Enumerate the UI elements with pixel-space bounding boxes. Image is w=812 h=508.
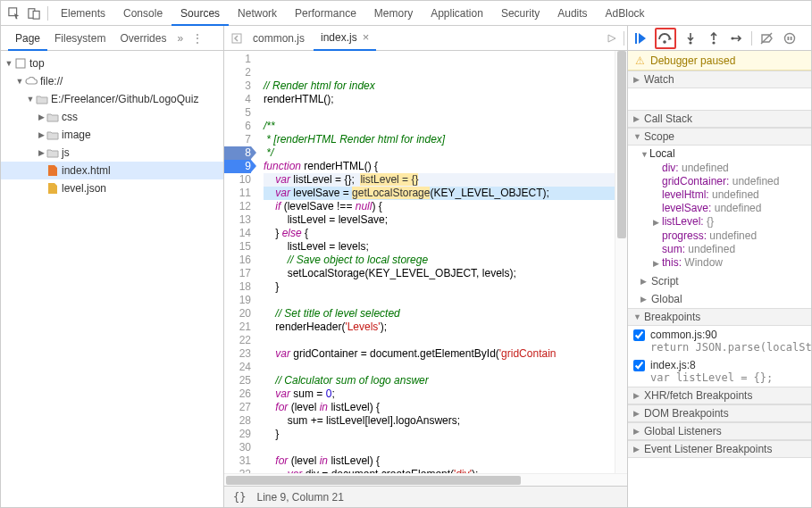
close-tab-icon[interactable]: ×: [363, 30, 370, 44]
line-number[interactable]: 12: [224, 200, 251, 213]
horizontal-scrollbar[interactable]: [224, 473, 627, 486]
line-number[interactable]: 17: [224, 267, 251, 280]
watch-section[interactable]: ▶Watch: [628, 71, 811, 88]
step-button[interactable]: [728, 29, 746, 47]
nav-tab-filesystem[interactable]: Filesystem: [47, 26, 113, 51]
vertical-scrollbar[interactable]: [615, 51, 627, 473]
code-content[interactable]: // Render html for indexrenderHTML();/**…: [256, 51, 627, 473]
line-number[interactable]: 21: [224, 321, 251, 334]
more-tabs-chevron-icon[interactable]: »: [173, 32, 187, 45]
line-number[interactable]: 8: [224, 146, 251, 160]
main-tab-security[interactable]: Security: [492, 1, 548, 26]
line-number[interactable]: 20: [224, 307, 251, 321]
line-number[interactable]: 15: [224, 240, 251, 254]
scope-section[interactable]: ▼Scope: [628, 128, 811, 146]
scope-var-levelHtml[interactable]: levelHtml: undefined: [653, 188, 806, 202]
line-number[interactable]: 16: [224, 254, 251, 267]
line-number[interactable]: 30: [224, 441, 251, 454]
line-number[interactable]: 24: [224, 361, 251, 374]
dom-breakpoints-section[interactable]: ▶DOM Breakpoints: [628, 404, 811, 422]
breakpoint-checkbox[interactable]: [633, 329, 645, 341]
line-number[interactable]: 27: [224, 401, 251, 414]
tree-file-level-json[interactable]: level.json: [1, 179, 223, 197]
scope-var-listLevel[interactable]: ▶listLevel: {}: [653, 215, 806, 229]
breakpoints-section[interactable]: ▼Breakpoints: [628, 308, 811, 326]
resume-button[interactable]: [632, 29, 649, 47]
nav-tab-overrides[interactable]: Overrides: [113, 26, 173, 51]
tree-folder-js[interactable]: ▶js: [1, 144, 223, 162]
line-number[interactable]: 31: [224, 454, 251, 468]
main-tab-memory[interactable]: Memory: [365, 1, 422, 26]
file-tab-index-js[interactable]: index.js×: [314, 26, 376, 51]
line-number[interactable]: 23: [224, 347, 251, 361]
tree-root-top[interactable]: ▼top: [1, 54, 223, 72]
step-out-button[interactable]: [705, 29, 723, 47]
line-number[interactable]: 25: [224, 374, 251, 387]
breakpoint-item[interactable]: common.js:90return JSON.parse(localStor: [628, 326, 811, 356]
scope-var-sum[interactable]: sum: undefined: [653, 243, 806, 256]
scope-var-this[interactable]: ▶this: Window: [653, 256, 806, 271]
breakpoint-item[interactable]: index.js:8var listLevel = {};: [628, 356, 811, 387]
line-number[interactable]: 22: [224, 334, 251, 347]
line-number[interactable]: 11: [224, 187, 251, 200]
line-number[interactable]: 4: [224, 93, 251, 106]
line-number[interactable]: 9: [224, 160, 251, 173]
step-over-button[interactable]: [657, 29, 674, 47]
scope-var-div[interactable]: div: undefined: [653, 162, 806, 175]
main-tab-audits[interactable]: Audits: [548, 1, 596, 26]
file-tab-common-js[interactable]: common.js: [246, 26, 312, 51]
scrollbar-thumb[interactable]: [617, 51, 626, 238]
code-line: for (level in listLevel) {: [264, 454, 627, 468]
inspect-element-icon[interactable]: [4, 4, 24, 23]
global-listeners-section[interactable]: ▶Global Listeners: [628, 422, 811, 440]
line-number[interactable]: 18: [224, 280, 251, 294]
line-number[interactable]: 10: [224, 173, 251, 187]
step-into-button[interactable]: [682, 29, 699, 47]
main-tab-adblock[interactable]: AdBlock: [597, 1, 654, 26]
tree-origin[interactable]: ▼file://: [1, 72, 223, 90]
line-number[interactable]: 19: [224, 294, 251, 307]
pretty-print-icon[interactable]: {}: [233, 491, 246, 504]
scope-global[interactable]: ▶Global: [628, 290, 811, 308]
line-number[interactable]: 7: [224, 133, 251, 146]
tree-project[interactable]: ▼E:/Freelancer/Github/LogoQuiz: [1, 90, 223, 108]
scope-var-gridContainer[interactable]: gridContainer: undefined: [653, 175, 806, 188]
nav-tab-page[interactable]: Page: [8, 26, 47, 51]
navigator-menu-icon[interactable]: ⋮: [187, 32, 208, 45]
line-number[interactable]: 26: [224, 387, 251, 401]
deactivate-breakpoints-button[interactable]: [758, 29, 775, 47]
device-toolbar-icon[interactable]: [24, 4, 44, 23]
tree-folder-css[interactable]: ▶css: [1, 108, 223, 126]
breakpoint-checkbox[interactable]: [633, 360, 645, 371]
cursor-position: Line 9, Column 21: [256, 491, 343, 504]
line-number[interactable]: 29: [224, 428, 251, 441]
event-listener-breakpoints-section[interactable]: ▶Event Listener Breakpoints: [628, 440, 811, 458]
main-tab-console[interactable]: Console: [114, 1, 172, 26]
main-tab-application[interactable]: Application: [422, 1, 492, 26]
nav-back-icon[interactable]: [228, 29, 246, 47]
line-number[interactable]: 3: [224, 79, 251, 93]
pause-on-exceptions-button[interactable]: [781, 29, 799, 47]
main-tab-elements[interactable]: Elements: [52, 1, 114, 26]
line-gutter[interactable]: 1234567891011121314151617181920212223242…: [224, 51, 256, 473]
line-number[interactable]: 28: [224, 414, 251, 428]
main-tab-sources[interactable]: Sources: [172, 1, 229, 26]
main-tab-performance[interactable]: Performance: [286, 1, 365, 26]
main-tab-network[interactable]: Network: [229, 1, 286, 26]
line-number[interactable]: 1: [224, 53, 251, 66]
tree-file-index-html[interactable]: index.html: [1, 162, 223, 179]
line-number[interactable]: 2: [224, 66, 251, 79]
line-number[interactable]: 5: [224, 106, 251, 120]
scope-var-progress[interactable]: progress: undefined: [653, 229, 806, 243]
xhr-breakpoints-section[interactable]: ▶XHR/fetch Breakpoints: [628, 387, 811, 404]
scope-script[interactable]: ▶Script: [628, 272, 811, 290]
line-number[interactable]: 13: [224, 213, 251, 227]
tree-folder-image[interactable]: ▶image: [1, 126, 223, 144]
scope-local[interactable]: ▼Local: [640, 147, 806, 162]
callstack-section[interactable]: ▶Call Stack: [628, 110, 811, 128]
scope-var-levelSave[interactable]: levelSave: undefined: [653, 202, 806, 215]
line-number[interactable]: 14: [224, 227, 251, 240]
run-snippet-icon[interactable]: [603, 29, 621, 47]
line-number[interactable]: 6: [224, 120, 251, 133]
scrollbar-thumb[interactable]: [226, 476, 521, 485]
